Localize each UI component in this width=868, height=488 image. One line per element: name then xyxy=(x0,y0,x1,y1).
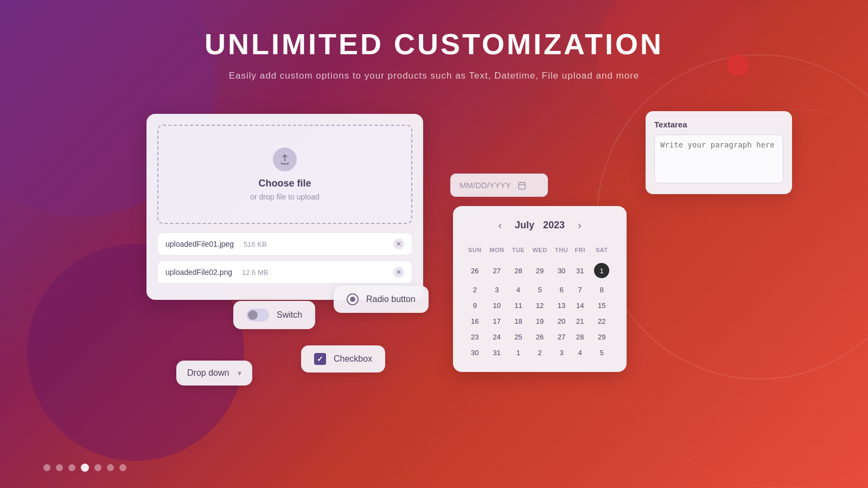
cal-header-mon: MON xyxy=(486,245,508,259)
cal-day-25[interactable]: 25 xyxy=(509,330,528,344)
cal-day-16[interactable]: 16 xyxy=(465,314,485,329)
pagination-dots xyxy=(43,464,126,472)
chevron-down-icon: ▾ xyxy=(238,369,241,377)
cal-day-1[interactable]: 1 xyxy=(589,260,615,281)
cal-day-10[interactable]: 10 xyxy=(486,298,508,313)
pagination-dot-3[interactable] xyxy=(81,464,89,472)
cal-day-1-next[interactable]: 1 xyxy=(509,345,528,360)
file-name-2: uploadedFile02.png xyxy=(165,268,232,277)
cal-header-wed: WED xyxy=(529,245,551,259)
calendar-row: 23 24 25 26 27 28 29 xyxy=(465,330,615,344)
cal-day-19[interactable]: 19 xyxy=(529,314,551,329)
checkmark-icon: ✓ xyxy=(317,355,323,363)
drop-hint-text: or drop file to upload xyxy=(169,192,400,201)
file-remove-button-1[interactable]: ✕ xyxy=(393,239,404,249)
checkbox-box[interactable]: ✓ xyxy=(314,353,326,365)
pagination-dot-4[interactable] xyxy=(94,464,101,471)
cal-day-23[interactable]: 23 xyxy=(465,330,485,344)
cal-day-today-1: 1 xyxy=(594,263,609,278)
dropzone[interactable]: Choose file or drop file to upload xyxy=(157,125,412,224)
header: UNLIMITED CUSTOMIZATION Easily add custo… xyxy=(0,0,868,81)
cal-day-15[interactable]: 15 xyxy=(589,298,615,313)
cal-header-fri: FRI xyxy=(572,245,588,259)
dropdown-label: Drop down xyxy=(187,368,230,378)
checkbox-widget[interactable]: ✓ Checkbox xyxy=(301,345,385,373)
calendar-next-button[interactable]: › xyxy=(573,217,586,234)
switch-toggle[interactable] xyxy=(246,309,269,322)
cal-day-20[interactable]: 20 xyxy=(552,314,571,329)
cal-day-5-next[interactable]: 5 xyxy=(589,345,615,360)
cal-day-30[interactable]: 30 xyxy=(465,345,485,360)
cal-day-3[interactable]: 3 xyxy=(486,282,508,297)
cal-day-2[interactable]: 2 xyxy=(465,282,485,297)
calendar-widget: ‹ July 2023 › SUN MON TUE WED THU FRI SA… xyxy=(453,206,627,372)
cal-day-9[interactable]: 9 xyxy=(465,298,485,313)
cal-day-18[interactable]: 18 xyxy=(509,314,528,329)
cal-day-12[interactable]: 12 xyxy=(529,298,551,313)
switch-widget[interactable]: Switch xyxy=(233,301,315,329)
date-input-widget[interactable]: MM/DD/YYYY xyxy=(450,174,548,197)
cal-day-3-next[interactable]: 3 xyxy=(552,345,571,360)
pagination-dot-1[interactable] xyxy=(56,464,63,471)
checkbox-label: Checkbox xyxy=(334,354,372,364)
cal-day-7[interactable]: 7 xyxy=(572,282,588,297)
cal-day-28-prev[interactable]: 28 xyxy=(509,260,528,281)
cal-day-8[interactable]: 8 xyxy=(589,282,615,297)
cal-day-21[interactable]: 21 xyxy=(572,314,588,329)
pagination-dot-5[interactable] xyxy=(107,464,114,471)
radio-inner xyxy=(350,297,355,302)
page-content: UNLIMITED CUSTOMIZATION Easily add custo… xyxy=(0,0,868,488)
upload-icon xyxy=(273,147,297,171)
cal-day-26-prev[interactable]: 26 xyxy=(465,260,485,281)
cal-day-6[interactable]: 6 xyxy=(552,282,571,297)
textarea-input[interactable] xyxy=(654,134,783,183)
cal-day-4-next[interactable]: 4 xyxy=(572,345,588,360)
cal-day-4[interactable]: 4 xyxy=(509,282,528,297)
calendar-prev-button[interactable]: ‹ xyxy=(494,217,506,234)
file-item-2: uploadedFile02.png 12.6 MB ✕ xyxy=(157,261,412,284)
dropdown-widget[interactable]: Drop down ▾ xyxy=(176,361,252,386)
cal-day-11[interactable]: 11 xyxy=(509,298,528,313)
calendar-header: ‹ July 2023 › xyxy=(464,217,616,234)
cal-day-22[interactable]: 22 xyxy=(589,314,615,329)
file-size-1: 516 KB xyxy=(244,240,267,248)
file-info-2: uploadedFile02.png 12.6 MB xyxy=(165,268,268,277)
cal-day-26[interactable]: 26 xyxy=(529,330,551,344)
file-upload-widget: Choose file or drop file to upload uploa… xyxy=(146,114,423,300)
cal-day-30-prev[interactable]: 30 xyxy=(552,260,571,281)
radio-widget[interactable]: Radio button xyxy=(334,286,429,313)
cal-day-27-prev[interactable]: 27 xyxy=(486,260,508,281)
cal-day-28[interactable]: 28 xyxy=(572,330,588,344)
calendar-month: July xyxy=(515,220,534,231)
cal-day-13[interactable]: 13 xyxy=(552,298,571,313)
pagination-dot-6[interactable] xyxy=(119,464,126,471)
calendar-grid: SUN MON TUE WED THU FRI SAT 26 27 28 29 … xyxy=(464,243,616,361)
cal-day-2-next[interactable]: 2 xyxy=(529,345,551,360)
pagination-dot-2[interactable] xyxy=(68,464,75,471)
calendar-weekday-row: SUN MON TUE WED THU FRI SAT xyxy=(465,245,615,259)
cal-day-29-prev[interactable]: 29 xyxy=(529,260,551,281)
cal-day-14[interactable]: 14 xyxy=(572,298,588,313)
cal-day-31-prev[interactable]: 31 xyxy=(572,260,588,281)
calendar-year: 2023 xyxy=(543,220,565,231)
file-remove-button-2[interactable]: ✕ xyxy=(393,267,404,278)
cal-day-24[interactable]: 24 xyxy=(486,330,508,344)
pagination-dot-0[interactable] xyxy=(43,464,50,471)
cal-day-31[interactable]: 31 xyxy=(486,345,508,360)
radio-label: Radio button xyxy=(366,294,416,304)
date-input[interactable]: MM/DD/YYYY xyxy=(450,174,548,197)
cal-day-29[interactable]: 29 xyxy=(589,330,615,344)
cal-header-thu: THU xyxy=(552,245,571,259)
file-name-1: uploadedFile01.jpeg xyxy=(165,240,234,248)
cal-day-27[interactable]: 27 xyxy=(552,330,571,344)
cal-header-sun: SUN xyxy=(465,245,485,259)
file-size-2: 12.6 MB xyxy=(242,268,268,277)
cal-header-sat: SAT xyxy=(589,245,615,259)
textarea-label: Textarea xyxy=(654,120,783,129)
calendar-row: 26 27 28 29 30 31 1 xyxy=(465,260,615,281)
file-info-1: uploadedFile01.jpeg 516 KB xyxy=(165,240,267,248)
radio-circle[interactable] xyxy=(347,293,359,305)
cal-day-17[interactable]: 17 xyxy=(486,314,508,329)
calendar-body: 26 27 28 29 30 31 1 2 3 4 5 6 7 8 xyxy=(465,260,615,360)
cal-day-5[interactable]: 5 xyxy=(529,282,551,297)
